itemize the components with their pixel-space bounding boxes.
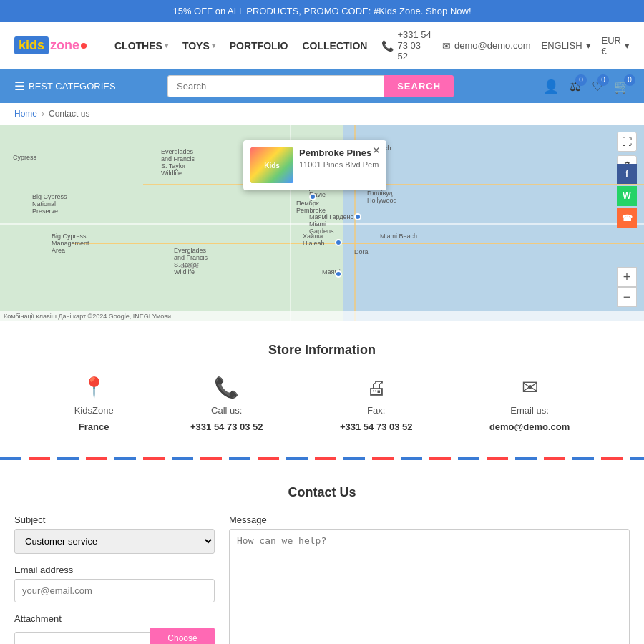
search-input[interactable]: [167, 75, 384, 97]
email-group: Email address: [14, 565, 215, 602]
subheader: ☰ BEST CATEGORIES SEARCH 👤 ⚖ 0 ♡ 0 🛒 0: [0, 69, 644, 103]
subject-select[interactable]: Customer serviceOrder issueReturnsOther: [14, 529, 215, 554]
currency-selector[interactable]: EUR € ▾: [602, 35, 630, 57]
chevron-down-icon: ▾: [212, 42, 215, 49]
popup-content: Kids Pembroke Pines 11001 Pines Blvd Pem: [250, 147, 379, 183]
attachment-input[interactable]: [14, 632, 150, 645]
map-label: ГоллівудHollywood: [367, 190, 397, 204]
user-icon: 👤: [543, 79, 559, 94]
subject-label: Subject: [14, 514, 215, 525]
email-label: Email address: [14, 565, 215, 575]
compare-icon-wrap[interactable]: ⚖ 0: [570, 79, 581, 94]
contact-section: Contact Us Subject Customer serviceOrder…: [0, 471, 644, 644]
search-button[interactable]: SEARCH: [384, 75, 454, 97]
subject-group: Subject Customer serviceOrder issueRetur…: [14, 514, 215, 554]
fullscreen-button[interactable]: ⛶: [617, 132, 637, 152]
best-categories-button[interactable]: ☰ BEST CATEGORIES: [14, 79, 116, 93]
search-bar: SEARCH: [167, 75, 454, 97]
nav-toys[interactable]: TOYS ▾: [182, 40, 215, 52]
nav-clothes[interactable]: CLOTHES ▾: [114, 40, 168, 52]
popup-close-button[interactable]: ✕: [372, 145, 381, 156]
map-label: Cypress: [13, 154, 36, 161]
nav-collection[interactable]: COLLECTION: [302, 40, 367, 52]
map-social-buttons: f W ☎: [617, 164, 637, 228]
attachment-group: Attachment Choose File: [14, 613, 215, 644]
map-label: Big CypressNationalPreserve: [32, 193, 67, 215]
map-zoom-controls: + −: [617, 267, 637, 307]
choose-file-button[interactable]: Choose File: [150, 628, 215, 644]
map-label: Evergladesand FrancisS. TaylorWildlife: [161, 148, 195, 177]
map-background: Cypress Big CypressNationalPreserve Big …: [0, 125, 644, 321]
contact-form: Subject Customer serviceOrder issueRetur…: [14, 514, 630, 644]
logo-kids: kids: [14, 36, 49, 54]
fax-icon: 🖨: [366, 376, 386, 399]
logo-zone: zone: [50, 38, 79, 53]
map-road: [72, 243, 644, 244]
hamburger-icon: ☰: [14, 79, 24, 93]
compare-badge: 0: [575, 74, 587, 86]
popup-text: Pembroke Pines 11001 Pines Blvd Pem: [299, 147, 379, 169]
zoom-out-button[interactable]: −: [617, 287, 637, 307]
message-group: Message: [229, 514, 630, 644]
map-popup: ✕ Kids Pembroke Pines 11001 Pines Blvd P…: [243, 140, 386, 190]
logo-dot: [81, 43, 87, 49]
map-label: ПембркPembroke: [296, 200, 326, 214]
google-logo: Google: [180, 263, 199, 269]
breadcrumb-current: Contact us: [49, 109, 89, 119]
map-label: ХайліаHialeah: [303, 233, 325, 247]
attachment-label: Attachment: [14, 613, 215, 624]
zoom-in-button[interactable]: +: [617, 267, 637, 287]
phone-icon: 📞: [381, 40, 394, 52]
store-phone: 📞 Call us: +331 54 73 03 52: [190, 376, 263, 432]
header-icons: 👤 ⚖ 0 ♡ 0 🛒 0: [543, 79, 630, 94]
cart-icon-wrap[interactable]: 🛒 0: [614, 79, 630, 94]
phone-icon: 📞: [214, 376, 239, 399]
map-road: [143, 184, 644, 185]
map-container[interactable]: Cypress Big CypressNationalPreserve Big …: [0, 125, 644, 321]
cart-badge: 0: [624, 74, 635, 86]
chevron-down-icon: ▾: [586, 40, 591, 51]
header: kids zone CLOTHES ▾ TOYS ▾ PORTFOLIO COL…: [0, 22, 644, 69]
store-fax: 🖨 Fax: +331 54 73 03 52: [340, 376, 413, 432]
wishlist-icon-wrap[interactable]: ♡ 0: [592, 79, 603, 94]
facebook-button[interactable]: f: [617, 164, 637, 184]
logo[interactable]: kids zone: [14, 36, 100, 54]
top-banner: 15% OFF on ALL PRODUCTS, PROMO CODE: #Ki…: [0, 0, 644, 22]
message-label: Message: [229, 514, 630, 525]
whatsapp-button[interactable]: W: [617, 186, 637, 206]
wishlist-badge: 0: [597, 74, 609, 86]
account-icon[interactable]: 👤: [543, 79, 559, 94]
chevron-down-icon: ▾: [625, 40, 630, 51]
map-pin[interactable]: [335, 270, 342, 278]
contact-title: Contact Us: [14, 485, 630, 500]
header-email: ✉ demo@demo.com: [442, 40, 530, 52]
header-phone: 📞 +331 54 73 03 52: [381, 29, 431, 62]
map-label: Evergladesand FrancisS. TaylorWildlife: [174, 247, 208, 275]
popup-store-image: Kids: [250, 147, 293, 183]
store-info-title: Store Information: [14, 343, 630, 358]
envelope-icon: ✉: [522, 376, 538, 399]
location-icon: 📍: [82, 376, 107, 399]
main-nav: CLOTHES ▾ TOYS ▾ PORTFOLIO COLLECTION: [114, 40, 367, 52]
language-selector[interactable]: ENGLISH ▾: [541, 40, 590, 51]
store-information-section: Store Information 📍 KidsZone France 📞 Ca…: [0, 321, 644, 447]
map-label: Miami Beach: [380, 233, 417, 240]
store-info-grid: 📍 KidsZone France 📞 Call us: +331 54 73 …: [14, 376, 630, 432]
header-right: 📞 +331 54 73 03 52 ✉ demo@demo.com ENGLI…: [381, 29, 630, 62]
store-address: 📍 KidsZone France: [74, 376, 114, 432]
divider-line: [0, 457, 644, 460]
map-footer: Комбінації клавіш Дані карт ©2024 Google…: [0, 311, 644, 321]
breadcrumb-home[interactable]: Home: [14, 109, 37, 119]
map-pin[interactable]: [335, 239, 342, 246]
map-label: Doral: [354, 248, 370, 255]
chevron-down-icon: ▾: [165, 42, 168, 49]
phone-social-button[interactable]: ☎: [617, 208, 637, 228]
email-input[interactable]: [14, 579, 215, 602]
breadcrumb-separator: ›: [42, 109, 44, 119]
map-pin[interactable]: [354, 213, 361, 220]
map-label: Маямі ГарденсMiamiGardens: [309, 213, 353, 235]
nav-portfolio[interactable]: PORTFOLIO: [230, 40, 288, 52]
map-label: Big CypressManagementArea: [52, 233, 89, 254]
store-email: ✉ Email us: demo@demo.com: [489, 376, 570, 432]
message-textarea[interactable]: [229, 529, 630, 644]
